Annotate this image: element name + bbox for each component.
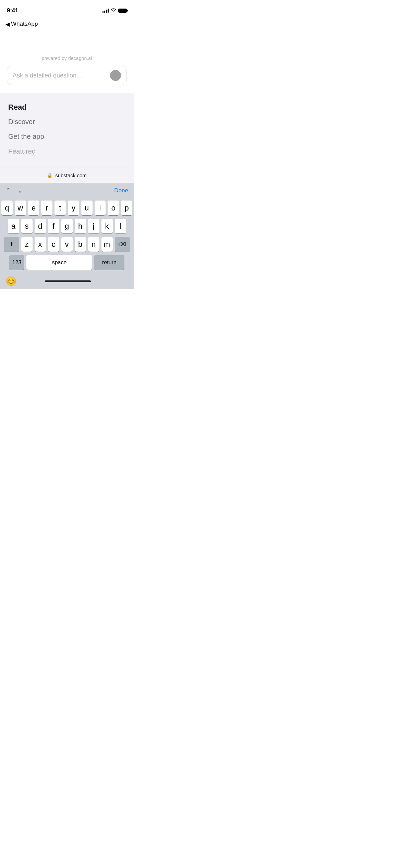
search-placeholder: Ask a detailed question... (13, 72, 82, 79)
menu-item-featured[interactable]: Featured (8, 147, 125, 155)
key-u[interactable]: u (81, 201, 93, 215)
key-row-4: 123 space return (1, 255, 132, 270)
key-e[interactable]: e (28, 201, 39, 215)
key-g[interactable]: g (61, 219, 73, 233)
keyboard-toolbar: ⌃ ⌄ Done (0, 183, 134, 198)
status-icons (102, 8, 127, 13)
key-f[interactable]: f (48, 219, 59, 233)
keyboard: q w e r t y u i o p a s d f g h j k l ⬆ … (0, 198, 134, 275)
numeric-key[interactable]: 123 (9, 255, 24, 270)
key-d[interactable]: d (35, 219, 46, 233)
key-k[interactable]: k (101, 219, 113, 233)
key-j[interactable]: j (88, 219, 99, 233)
status-bar: 9:41 (0, 0, 134, 16)
key-s[interactable]: s (21, 219, 33, 233)
page-wrapper: 9:41 ◀ WhatsApp (0, 0, 134, 289)
delete-key[interactable]: ⌫ (115, 237, 130, 252)
key-h[interactable]: h (75, 219, 86, 233)
toolbar-nav-buttons: ⌃ ⌄ (5, 187, 23, 194)
lock-icon: 🔒 (47, 173, 52, 178)
menu-item-get-the-app[interactable]: Get the app (8, 133, 125, 141)
status-time: 9:41 (7, 7, 18, 14)
key-y[interactable]: y (68, 201, 79, 215)
url-bar[interactable]: 🔒 substack.com (0, 168, 134, 183)
menu-item-discover[interactable]: Discover (8, 118, 125, 126)
battery-icon (118, 9, 127, 13)
key-w[interactable]: w (15, 201, 26, 215)
return-key[interactable]: return (94, 255, 124, 270)
toolbar-done-button[interactable]: Done (114, 187, 128, 194)
content-white-area: powered by decagon.ai Ask a detailed que… (0, 32, 134, 93)
toolbar-down-button[interactable]: ⌄ (17, 187, 23, 194)
keyboard-bottom: 😊 (0, 275, 134, 289)
key-c[interactable]: c (48, 237, 59, 252)
key-p[interactable]: p (121, 201, 132, 215)
back-arrow-icon: ◀ (5, 21, 10, 27)
shift-key[interactable]: ⬆ (4, 237, 19, 252)
key-row-1: q w e r t y u i o p (1, 201, 132, 215)
key-m[interactable]: m (101, 237, 113, 252)
key-i[interactable]: i (95, 201, 106, 215)
url-text: substack.com (55, 172, 87, 178)
wifi-icon (111, 8, 116, 13)
key-z[interactable]: z (21, 237, 33, 252)
key-o[interactable]: o (108, 201, 119, 215)
key-n[interactable]: n (88, 237, 99, 252)
nav-bar: ◀ WhatsApp (0, 16, 134, 32)
key-row-3: ⬆ z x c v b n m ⌫ (1, 237, 132, 252)
back-label: WhatsApp (11, 21, 38, 27)
key-a[interactable]: a (8, 219, 19, 233)
toolbar-up-button[interactable]: ⌃ (5, 187, 11, 194)
key-q[interactable]: q (1, 201, 13, 215)
key-row-2: a s d f g h j k l (1, 219, 132, 233)
back-button[interactable]: ◀ WhatsApp (5, 21, 38, 27)
home-indicator (45, 280, 91, 282)
key-v[interactable]: v (61, 237, 73, 252)
menu-section-title: Read (8, 103, 125, 112)
menu-section: Read Discover Get the app Featured (0, 93, 134, 168)
key-x[interactable]: x (35, 237, 46, 252)
space-key[interactable]: space (26, 255, 92, 270)
emoji-button[interactable]: 😊 (5, 276, 16, 287)
powered-by-text: powered by decagon.ai (42, 56, 92, 61)
key-l[interactable]: l (115, 219, 126, 233)
search-input-box[interactable]: Ask a detailed question... (7, 66, 127, 85)
mic-button[interactable] (110, 70, 121, 81)
key-t[interactable]: t (54, 201, 66, 215)
key-b[interactable]: b (75, 237, 86, 252)
key-r[interactable]: r (41, 201, 52, 215)
signal-bars-icon (102, 9, 109, 13)
